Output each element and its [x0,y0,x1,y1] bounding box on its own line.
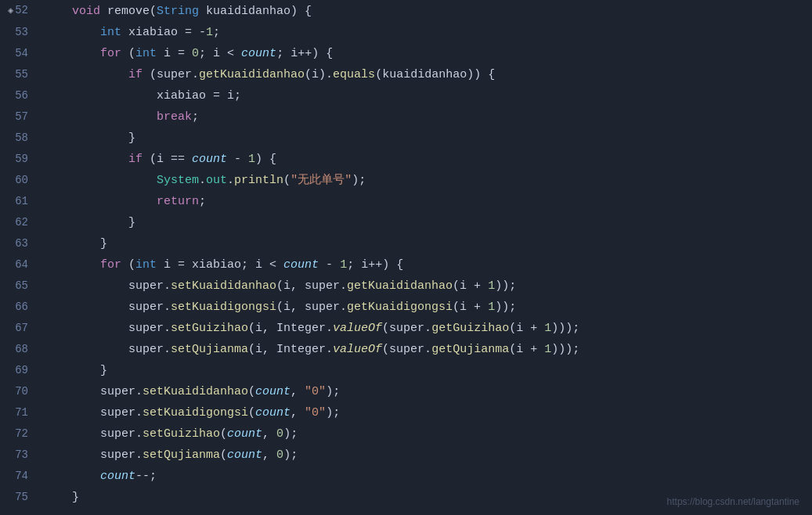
line-number: 61 [0,191,38,212]
line-number: 58 [0,128,38,149]
table-row: 75 } [0,487,812,508]
line-number: 62 [0,212,38,233]
table-row: 58 } [0,128,812,149]
line-code: } [38,233,812,254]
table-row: 69 } [0,360,812,381]
table-row: 74 count--; [0,466,812,487]
line-number: 66 [0,297,38,318]
line-code: count--; [38,466,812,487]
line-code: } [38,360,812,381]
line-number: 64 [0,254,38,276]
table-row: 73 super.setQujianma(count, 0); [0,445,812,466]
line-code: super.setKuaidigongsi(i, super.getKuaidi… [38,297,812,318]
line-code: super.setGuizihao(i, Integer.valueOf(sup… [38,318,812,339]
line-number: 57 [0,106,38,128]
table-row: 67 super.setGuizihao(i, Integer.valueOf(… [0,318,812,339]
table-row: 57 break; [0,106,812,128]
line-number: 65 [0,276,38,297]
line-number: 67 [0,318,38,339]
table-row: 64 for (int i = xiabiao; i < count - 1; … [0,254,812,276]
line-code: xiabiao = i; [38,85,812,106]
line-number: 60 [0,170,38,191]
line-code: int xiabiao = -1; [38,22,812,43]
line-number: 53 [0,22,38,43]
line-code: super.setQujianma(i, Integer.valueOf(sup… [38,339,812,360]
code-table: ◈52 void remove(String kuaididanhao) { 5… [0,0,812,508]
line-number: 69 [0,360,38,381]
line-number: 70 [0,381,38,402]
line-number: 63 [0,233,38,254]
line-code: return; [38,191,812,212]
line-number: 75 [0,487,38,508]
line-code: } [38,212,812,233]
line-code: super.setGuizihao(count, 0); [38,423,812,445]
line-code: } [38,128,812,149]
table-row: 59 if (i == count - 1) { [0,149,812,170]
line-code: break; [38,106,812,128]
table-row: 63 } [0,233,812,254]
table-row: 71 super.setKuaidigongsi(count, "0"); [0,402,812,423]
line-number: 56 [0,85,38,106]
table-row: 68 super.setQujianma(i, Integer.valueOf(… [0,339,812,360]
table-row: 54 for (int i = 0; i < count; i++) { [0,43,812,64]
table-row: 55 if (super.getKuaididanhao(i).equals(k… [0,64,812,85]
table-row: 53 int xiabiao = -1; [0,22,812,43]
line-code: void remove(String kuaididanhao) { [38,0,812,22]
line-code: } [38,487,812,508]
line-code: super.setKuaididanhao(count, "0"); [38,381,812,402]
line-number: 73 [0,445,38,466]
table-row: 61 return; [0,191,812,212]
line-number: 59 [0,149,38,170]
table-row: 56 xiabiao = i; [0,85,812,106]
table-row: 62 } [0,212,812,233]
table-row: ◈52 void remove(String kuaididanhao) { [0,0,812,22]
table-row: 65 super.setKuaididanhao(i, super.getKua… [0,276,812,297]
line-number: 55 [0,64,38,85]
line-number: 54 [0,43,38,64]
line-code: super.setKuaididanhao(i, super.getKuaidi… [38,276,812,297]
line-number: ◈52 [0,0,38,22]
table-row: 72 super.setGuizihao(count, 0); [0,423,812,445]
line-code: if (super.getKuaididanhao(i).equals(kuai… [38,64,812,85]
line-number: 72 [0,423,38,445]
table-row: 66 super.setKuaidigongsi(i, super.getKua… [0,297,812,318]
line-code: if (i == count - 1) { [38,149,812,170]
table-row: 60 System.out.println("无此单号"); [0,170,812,191]
line-code: super.setQujianma(count, 0); [38,445,812,466]
line-number: 71 [0,402,38,423]
code-container: ◈52 void remove(String kuaididanhao) { 5… [0,0,812,515]
line-code: for (int i = xiabiao; i < count - 1; i++… [38,254,812,276]
line-code: System.out.println("无此单号"); [38,170,812,191]
line-code: super.setKuaidigongsi(count, "0"); [38,402,812,423]
line-number: 68 [0,339,38,360]
line-number: 74 [0,466,38,487]
table-row: 70 super.setKuaididanhao(count, "0"); [0,381,812,402]
line-code: for (int i = 0; i < count; i++) { [38,43,812,64]
